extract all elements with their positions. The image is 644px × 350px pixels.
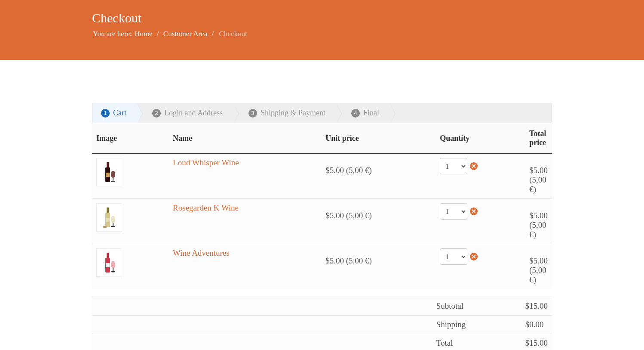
svg-point-10 — [103, 226, 107, 228]
breadcrumb: You are here: Home / Customer Area / Che… — [92, 30, 552, 38]
product-name-link[interactable]: Wine Adventures — [173, 248, 230, 257]
breadcrumb-home[interactable]: Home — [135, 30, 153, 38]
column-total-price: Total price — [525, 123, 552, 154]
step-final[interactable]: 4 Final — [336, 103, 390, 123]
breadcrumb-separator: / — [212, 30, 214, 38]
shipping-value: $0.00 — [521, 316, 552, 334]
svg-point-15 — [111, 271, 115, 273]
svg-rect-0 — [107, 162, 109, 167]
product-name-link[interactable]: Loud Whisper Wine — [173, 158, 239, 167]
subtotal-value: $15.00 — [521, 297, 552, 316]
total-value: $15.00 — [521, 334, 552, 350]
step-number: 2 — [152, 109, 161, 118]
subtotal-label: Subtotal — [432, 297, 521, 316]
breadcrumb-separator: / — [157, 30, 159, 38]
step-number: 1 — [101, 109, 110, 118]
svg-rect-3 — [113, 178, 113, 180]
step-number: 3 — [248, 109, 257, 118]
svg-rect-14 — [113, 268, 113, 271]
remove-button[interactable] — [470, 253, 478, 260]
shipping-label: Shipping — [432, 316, 521, 334]
step-shipping-payment[interactable]: 3 Shipping & Payment — [233, 103, 336, 123]
totals-table: Subtotal $15.00 Shipping $0.00 Total $15… — [92, 297, 552, 350]
column-image: Image — [92, 123, 169, 154]
close-icon — [472, 209, 476, 214]
subtotal-row: Subtotal $15.00 — [92, 297, 552, 316]
remove-button[interactable] — [470, 208, 478, 215]
unit-price: $5.00 (5,00 €) — [321, 199, 435, 244]
table-row: Rosegarden K Wine $5.00 (5,00 €) 1 $5.00… — [92, 199, 552, 244]
wine-bottle-icon — [101, 207, 118, 228]
step-label: Cart — [113, 108, 126, 118]
close-icon — [472, 254, 476, 259]
svg-rect-8 — [113, 223, 113, 226]
step-number: 4 — [351, 109, 360, 118]
quantity-select[interactable]: 1 — [440, 158, 467, 174]
total-label: Total — [432, 334, 521, 350]
checkout-steps: 1 Cart 2 Login and Address 3 Shipping & … — [92, 103, 552, 123]
svg-rect-7 — [106, 218, 110, 222]
step-label: Final — [363, 108, 379, 118]
total-price: $5.00 (5,00 €) — [525, 199, 552, 244]
step-cart[interactable]: 1 Cart — [92, 103, 137, 123]
column-name: Name — [169, 123, 321, 154]
total-row: Total $15.00 — [92, 334, 552, 350]
quantity-select[interactable]: 1 — [440, 203, 467, 220]
cart-table: Image Name Unit price Quantity Total pri… — [92, 123, 552, 289]
product-image — [96, 248, 122, 277]
step-login-address[interactable]: 2 Login and Address — [137, 103, 233, 123]
total-price: $5.00 (5,00 €) — [525, 244, 552, 289]
header-banner: Checkout You are here: Home / Customer A… — [0, 0, 644, 60]
product-name-link[interactable]: Rosegarden K Wine — [173, 203, 239, 212]
unit-price: $5.00 (5,00 €) — [321, 154, 435, 199]
product-image — [96, 203, 122, 232]
step-label: Login and Address — [164, 108, 223, 118]
svg-rect-13 — [106, 263, 110, 267]
svg-rect-5 — [107, 208, 109, 213]
column-quantity: Quantity — [435, 123, 525, 154]
breadcrumb-label: You are here: — [93, 30, 132, 38]
close-icon — [472, 164, 476, 168]
column-unit-price: Unit price — [321, 123, 435, 154]
breadcrumb-current: Checkout — [219, 30, 247, 38]
shipping-row: Shipping $0.00 — [92, 316, 552, 334]
step-label: Shipping & Payment — [261, 108, 325, 118]
wine-bottle-icon — [101, 252, 118, 273]
svg-rect-2 — [106, 173, 110, 177]
page-title: Checkout — [92, 11, 552, 25]
svg-point-4 — [111, 181, 115, 182]
breadcrumb-customer-area[interactable]: Customer Area — [163, 30, 207, 38]
svg-rect-11 — [107, 253, 109, 258]
table-row: Wine Adventures $5.00 (5,00 €) 1 $5.00 (… — [92, 244, 552, 289]
total-price: $5.00 (5,00 €) — [525, 154, 552, 199]
svg-point-9 — [111, 226, 115, 227]
unit-price: $5.00 (5,00 €) — [321, 244, 435, 289]
product-image — [96, 158, 122, 186]
wine-bottle-icon — [101, 161, 118, 183]
remove-button[interactable] — [470, 162, 478, 170]
quantity-select[interactable]: 1 — [440, 248, 467, 265]
table-row: Loud Whisper Wine $5.00 (5,00 €) 1 $5.00… — [92, 154, 552, 199]
